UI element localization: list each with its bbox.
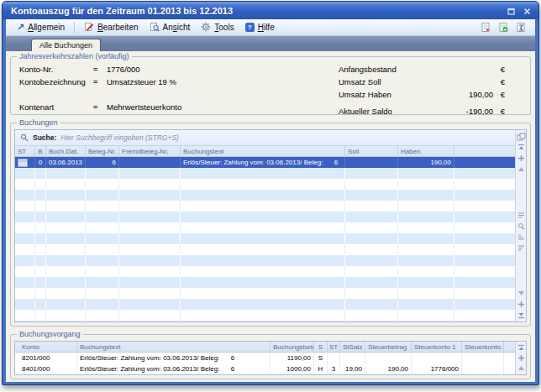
close-icon [523,3,531,18]
column-chooser-icon[interactable] [517,132,526,141]
field-label: Umsatz Haben [339,90,443,99]
table-row-empty[interactable] [15,299,515,310]
column-header-buchdat[interactable]: Buch.Dat. [46,146,86,156]
column-header-soll[interactable]: Soll [345,146,398,156]
table-row-empty[interactable] [15,255,515,266]
booking-row-selected[interactable]: 0 03.06.2013 6 Erlös/Steuer: Zahlung vom… [15,157,515,168]
table-cell-empty [46,266,86,277]
menu-ansicht[interactable]: Ansicht [145,21,195,34]
search-input[interactable]: Suche: Hier Suchbegriff eingeben (STRG+S… [15,130,515,146]
column-header-buchungstext[interactable]: Buchungstext [181,146,345,156]
table-cell-empty [119,190,181,201]
sort-desc-icon[interactable] [517,243,526,253]
table-cell-empty [86,288,119,299]
add-row-icon[interactable] [517,154,526,163]
table-cell-empty [15,222,35,233]
field-label: Aktueller Saldo [339,107,443,116]
field-kontenart: Kontenart = Mehrwertsteuerkonto [19,101,297,113]
table-cell-empty [345,212,398,222]
column-header-konto[interactable]: Konto [15,342,77,352]
menu-bearbeiten[interactable]: Bearbeiten [80,21,142,34]
report-document-icon[interactable] [481,22,491,33]
table-cell-empty [345,244,398,255]
table-cell-empty [86,255,119,266]
sum-document-icon[interactable] [516,22,527,33]
table-cell-empty [345,222,398,233]
column-header-belegnr[interactable]: Beleg-Nr. [86,146,119,156]
table-cell-empty [35,168,46,179]
add-row-icon[interactable] [517,300,526,309]
column-header-st[interactable]: ST [328,342,340,352]
table-row-empty[interactable] [15,201,515,212]
check-document-icon[interactable] [498,22,509,33]
table-cell-empty [345,299,398,310]
column-header-buchungstext[interactable]: Buchungstext [77,342,270,352]
table-cell-empty [398,244,454,255]
table-row-empty[interactable] [15,190,515,201]
table-row-empty[interactable] [15,244,515,255]
column-header-s[interactable]: S [314,342,328,352]
table-row-empty[interactable] [15,222,515,233]
vorgang-row[interactable]: 8201/000 Erlös/Steuer: Zahlung vom: 03.0… [15,353,515,363]
table-cell-empty [46,190,86,201]
toolbar-right-buttons [481,22,530,33]
tab-strip: Alle Buchungen [6,36,535,51]
scroll-bottom-icon[interactable] [517,311,526,320]
column-header-steuerkonto1[interactable]: Steuerkonto 1 [412,342,462,352]
table-cell-empty [181,179,345,190]
menu-hilfe[interactable]: ? Hilfe [241,22,279,33]
search-icon [20,130,29,145]
sort-asc-icon[interactable] [517,233,526,242]
menu-allgemein[interactable]: ↗ Allgemein [13,22,69,33]
buchungen-header-row: ST B Buch.Dat. Beleg-Nr. Fremdbeleg-Nr. … [15,146,515,157]
table-cell-empty [181,244,345,255]
scroll-top-icon[interactable] [517,343,526,352]
column-header-steuerkonto2[interactable]: Steuerkonto 2 [462,342,504,352]
title-bar[interactable]: Kontoauszug für den Zeitraum 01.2013 bis… [3,2,538,19]
cell-buchungstext: Erlös/Steuer: Zahlung vom: 03.06.2013/ B… [77,363,270,374]
table-row-empty[interactable] [15,212,515,222]
column-header-buchungsbetrag[interactable]: Buchungsbetrag [270,342,314,352]
scroll-down-icon[interactable] [517,289,526,298]
column-header-stsatz[interactable]: StSatz [340,342,365,352]
table-row-empty[interactable] [15,266,515,277]
equals-bullet-icon: = [93,103,107,112]
scroll-top-icon[interactable] [517,143,526,152]
cell-blank [504,363,515,374]
column-header-fremdbelegnr[interactable]: Fremdbeleg-Nr. [119,146,181,156]
scroll-up-icon[interactable] [517,165,526,174]
column-header-haben[interactable]: Haben [398,146,454,156]
column-header-b[interactable]: B [35,146,46,156]
table-cell-empty [181,168,345,179]
tab-alle-buchungen[interactable]: Alle Buchungen [31,39,101,51]
table-row-empty[interactable] [15,310,515,321]
table-row-empty[interactable] [15,233,515,244]
close-button[interactable] [522,5,533,16]
table-cell-empty [454,168,515,179]
maximize-button[interactable] [506,5,517,16]
table-row-empty[interactable] [15,168,515,179]
table-cell-empty [345,266,398,277]
table-row-empty[interactable] [15,179,515,190]
table-cell-empty [15,212,35,222]
vorgang-row[interactable]: 8401/000 Erlös/Steuer: Zahlung vom: 03.0… [15,363,515,374]
table-cell-empty [398,288,454,299]
table-row-empty[interactable] [15,321,515,321]
add-row-icon[interactable] [517,353,526,362]
cell-haben: 190,00 [398,157,454,168]
scroll-up-icon[interactable] [517,364,526,373]
column-header-steuerbetrag[interactable]: Steuerbetrag [365,342,412,352]
currency-symbol: € [493,107,505,116]
cell-soll [345,157,398,168]
table-cell-empty [46,277,86,288]
table-cell-empty [46,212,86,222]
field-umsatz-haben: Umsatz Haben 190,00 € [339,88,505,101]
menu-tools[interactable]: Tools [197,21,238,34]
table-row-empty[interactable] [15,288,515,299]
buchungen-scroll-strip [515,130,526,321]
table-row-empty[interactable] [15,277,515,288]
table-cell-empty [46,288,86,299]
card-view-icon[interactable] [517,211,526,220]
zoom-icon[interactable] [517,222,526,231]
column-header-st[interactable]: ST [15,146,35,156]
